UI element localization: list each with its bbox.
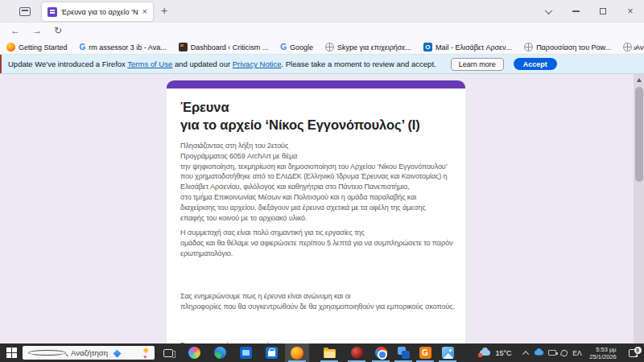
forward-button[interactable]: → bbox=[32, 25, 42, 36]
scrollbar-thumb[interactable] bbox=[635, 87, 643, 182]
task-view-button[interactable] bbox=[158, 343, 179, 362]
clock[interactable]: 5:53 μμ25/1/2026 bbox=[584, 343, 621, 362]
tray-device-2[interactable] bbox=[559, 343, 570, 362]
minimize-icon bbox=[572, 10, 580, 11]
taskbar-app-red[interactable] bbox=[345, 343, 369, 362]
g-app-icon: G bbox=[419, 347, 431, 359]
tab-title: Έρευνα για το αρχείο ‘Νίκος Ε bbox=[61, 8, 138, 16]
notification-text: Update We've introduced a Firefox Terms … bbox=[8, 60, 436, 68]
audio-device-icon bbox=[560, 348, 569, 357]
learn-more-button[interactable]: Learn more bbox=[451, 58, 504, 71]
notification-count-badge: 9 bbox=[634, 347, 642, 354]
outlook-app-icon bbox=[240, 347, 252, 359]
firefox-view-icon[interactable] bbox=[19, 7, 31, 16]
language-indicator[interactable]: ΕΛ bbox=[570, 343, 584, 362]
form-description-paragraph: Σας ενημερώνουμε πως η έρευνα είναι ανών… bbox=[180, 291, 462, 312]
blue-app-icon bbox=[398, 347, 410, 359]
close-window-button[interactable]: × bbox=[617, 0, 644, 23]
form-title: Έρευνα για το αρχείο ‘Νίκος Εγγονόπουλος… bbox=[180, 98, 462, 134]
privacy-notice-link[interactable]: Privacy Notice bbox=[233, 60, 282, 68]
time-label: 5:53 μμ bbox=[596, 346, 616, 353]
action-center-button[interactable]: 9 bbox=[621, 343, 644, 362]
red-app-icon bbox=[351, 347, 363, 359]
bookmark-mail[interactable]: OMail - Ελισάβετ Αρσεν... bbox=[423, 43, 512, 51]
taskbar-app-blue[interactable] bbox=[391, 343, 415, 362]
maximize-button[interactable] bbox=[589, 0, 617, 23]
taskbar-app-firefox[interactable] bbox=[285, 343, 309, 362]
outlook-icon: O bbox=[423, 43, 432, 51]
taskbar-app-g[interactable]: G bbox=[413, 343, 437, 362]
back-button[interactable]: ← bbox=[10, 25, 20, 36]
taskbar-weather[interactable]: 15°C bbox=[473, 343, 518, 362]
google-g-icon: G bbox=[280, 43, 287, 51]
notification-icon: 9 bbox=[629, 349, 638, 357]
globe-icon bbox=[524, 43, 533, 51]
site-thumbnail-icon bbox=[179, 43, 188, 51]
chrome-icon bbox=[375, 347, 387, 359]
google-form-card: Έρευνα για το αρχείο ‘Νίκος Εγγονόπουλος… bbox=[167, 80, 465, 343]
firefox-icon bbox=[291, 347, 303, 360]
search-placeholder: Αναζήτηση bbox=[71, 348, 108, 357]
tab-close-icon[interactable]: × bbox=[142, 7, 147, 16]
browser-titlebar: Έρευνα για το αρχείο ‘Νίκος Ε × + × bbox=[0, 0, 644, 23]
taskbar-app-chrome[interactable] bbox=[369, 343, 393, 362]
bookmark-getting-started[interactable]: Getting Started bbox=[6, 43, 68, 51]
firefox-update-notification-bar: Update We've introduced a Firefox Terms … bbox=[0, 55, 644, 74]
taskbar-app-store[interactable] bbox=[259, 343, 283, 362]
taskbar-app-photos[interactable] bbox=[436, 343, 460, 362]
taskbar-search-box[interactable]: Αναζήτηση bbox=[23, 346, 155, 360]
form-description-paragraph: Η συμμετοχή σας είναι πολύ σημαντική για… bbox=[180, 228, 462, 258]
bookmark-dashboard[interactable]: Dashboard ‹ Criticism ... bbox=[179, 43, 269, 51]
windows-taskbar: Αναζήτηση G 15°C ΕΛ 5:53 μμ25/1/2026 9 bbox=[0, 343, 644, 362]
form-header-accent bbox=[167, 80, 465, 88]
bookmarks-overflow-icon[interactable]: » bbox=[633, 43, 638, 52]
bookmark-powerpoint[interactable]: Παρουσίαση του Pow... bbox=[524, 43, 611, 51]
globe-icon bbox=[623, 43, 632, 51]
date-label: 25/1/2026 bbox=[589, 353, 616, 360]
taskbar-app-file-explorer[interactable] bbox=[317, 343, 341, 362]
tray-device-1[interactable] bbox=[546, 343, 559, 362]
microsoft-store-icon bbox=[266, 347, 278, 359]
copilot-icon bbox=[188, 347, 200, 359]
start-button[interactable] bbox=[0, 343, 23, 362]
globe-icon bbox=[325, 43, 334, 51]
chevron-down-icon bbox=[544, 6, 552, 14]
photos-icon bbox=[442, 347, 454, 359]
taskbar-app-outlook[interactable] bbox=[233, 343, 258, 362]
projector-icon bbox=[548, 350, 556, 356]
firefox-icon bbox=[6, 43, 15, 51]
reload-button[interactable]: ↻ bbox=[54, 25, 62, 36]
new-tab-button[interactable]: + bbox=[161, 4, 167, 17]
edge-icon bbox=[214, 347, 226, 359]
taskbar-app-copilot[interactable] bbox=[182, 343, 206, 362]
tray-show-hidden-icons[interactable] bbox=[520, 343, 531, 362]
task-view-icon bbox=[163, 349, 173, 357]
google-g-icon: G bbox=[80, 43, 86, 51]
accept-button[interactable]: Accept bbox=[514, 58, 557, 70]
bookmarks-bar: Getting Started Grm assessor 3 ib - Ava.… bbox=[0, 40, 644, 55]
temperature-label: 15°C bbox=[495, 349, 511, 357]
scrollbar-up-arrow-icon[interactable] bbox=[637, 78, 642, 82]
bookmark-rm-assessor[interactable]: Grm assessor 3 ib - Ava... bbox=[80, 43, 167, 51]
navigation-toolbar: ← → ↻ docs.google.com/forms/d/e/1FAIpQLS… bbox=[0, 23, 644, 40]
minimize-button[interactable] bbox=[562, 0, 589, 23]
close-icon: × bbox=[627, 6, 633, 16]
maximize-icon bbox=[600, 8, 606, 14]
weather-cloud-icon bbox=[480, 350, 490, 356]
bookmark-google[interactable]: GGoogle bbox=[280, 43, 313, 51]
tray-onedrive[interactable] bbox=[531, 343, 546, 362]
google-forms-favicon bbox=[47, 7, 57, 17]
search-highlights-sparkle-icon bbox=[113, 348, 149, 359]
tab-list-button[interactable] bbox=[535, 0, 562, 23]
taskbar-app-edge[interactable] bbox=[208, 343, 232, 362]
chevron-up-icon bbox=[522, 351, 529, 357]
bookmark-skype-1[interactable]: Skype για επιχειρήσε... bbox=[325, 43, 411, 51]
windows-logo-icon bbox=[6, 348, 17, 358]
file-explorer-icon bbox=[324, 349, 336, 358]
browser-tab[interactable]: Έρευνα για το αρχείο ‘Νίκος Ε × bbox=[42, 2, 153, 21]
terms-of-use-link[interactable]: Terms of Use bbox=[127, 60, 172, 68]
form-body: Έρευνα για το αρχείο ‘Νίκος Εγγονόπουλος… bbox=[167, 88, 465, 343]
search-icon bbox=[28, 350, 66, 356]
onedrive-cloud-icon bbox=[534, 351, 543, 356]
page-scrollbar[interactable] bbox=[634, 74, 644, 343]
